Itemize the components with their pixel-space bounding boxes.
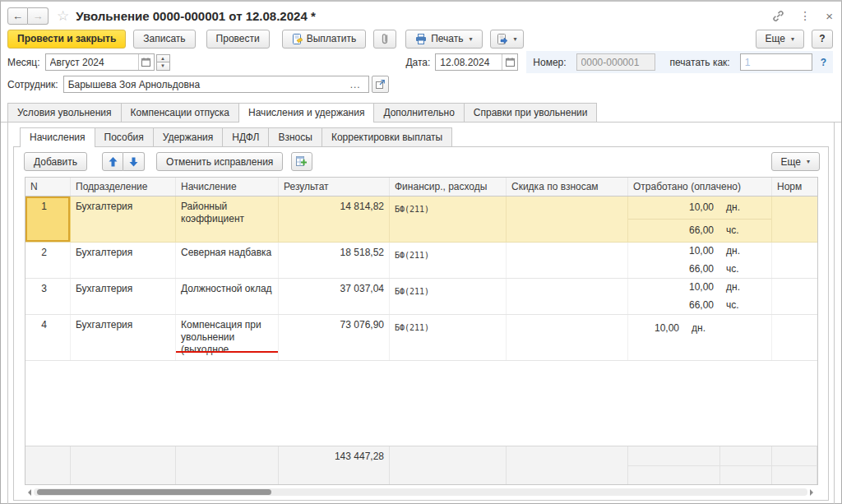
move-down-button[interactable] [123,152,145,171]
cell-discount[interactable] [507,279,628,314]
cell-worked[interactable]: 10,00дн. [628,315,772,360]
post-button[interactable]: Провести [206,30,270,49]
table-more-button[interactable]: Еще ▾ [771,152,820,171]
month-spinner-down-button[interactable]: ▼ [156,62,170,71]
column-header-n[interactable]: N [25,178,71,196]
cell-discount[interactable] [507,197,628,242]
column-header-financing[interactable]: Финансир., расходы [390,178,507,196]
scrollbar-track[interactable] [34,488,807,496]
subtab-nachisleniya[interactable]: Начисления [20,127,95,147]
cell-worked[interactable]: 10,00дн. 66,00чс. [628,197,772,242]
cell-norm[interactable] [772,197,817,242]
cell-result[interactable]: 37 037,04 [279,279,390,314]
cell-department[interactable]: Бухгалтерия [71,279,176,314]
cell-norm[interactable] [772,243,817,278]
pay-button[interactable]: Выплатить [282,30,367,49]
cell-financing[interactable]: БФ(211) [390,197,507,242]
cell-n[interactable]: 3 [25,279,71,314]
horizontal-scrollbar[interactable] [25,488,817,497]
toolbar-more-button[interactable]: Еще ▾ [756,30,804,49]
table-row[interactable]: 2 Бухгалтерия Северная надбавка 18 518,5… [25,243,817,279]
attach-button[interactable] [373,30,396,49]
subtab-korrektirovki-vyplaty[interactable]: Корректировки выплаты [322,127,452,146]
cell-financing[interactable]: БФ(211) [390,279,507,314]
print-as-help-link[interactable]: ? [821,57,826,68]
cell-worked[interactable]: 10,00дн. 66,00чс. [628,243,772,278]
link-icon[interactable] [772,10,784,22]
add-column-button[interactable] [291,152,312,171]
scrollbar-thumb[interactable] [37,489,271,495]
cell-worked[interactable]: 10,00дн. 66,00чс. [628,279,772,314]
cell-accrual[interactable]: Должностной оклад [176,279,279,314]
footer-norm [772,446,817,484]
subtab-vznosy[interactable]: Взносы [268,127,322,146]
favorite-star-icon[interactable]: ☆ [57,7,69,25]
print-as-input[interactable]: 1 [740,53,812,71]
cell-department[interactable]: Бухгалтерия [71,197,176,242]
cell-n[interactable]: 1 [25,197,71,242]
cell-result[interactable]: 18 518,52 [279,243,390,278]
cell-accrual[interactable]: Компенсация при увольнении (выходное [176,315,279,360]
subtab-ndfl[interactable]: НДФЛ [222,127,269,146]
cell-n[interactable]: 4 [25,315,71,360]
create-based-button[interactable]: ▾ [490,30,524,49]
cell-discount[interactable] [507,315,628,360]
cell-norm[interactable] [772,279,817,314]
save-button[interactable]: Записать [133,30,195,49]
subtab-posobiya[interactable]: Пособия [95,127,154,146]
column-header-department[interactable]: Подразделение [71,178,176,196]
tab-usloviya-uvolneniya[interactable]: Условия увольнения [7,103,122,122]
employee-input[interactable]: Барышева Зоя Арнольдовна ... [63,76,369,93]
tab-nachisleniya-i-uderzhaniya[interactable]: Начисления и удержания [238,103,374,123]
month-calendar-button[interactable] [138,54,154,70]
print-button[interactable]: Печать ▾ [405,30,482,49]
footer-worked [628,446,772,484]
subtab-uderzhaniya[interactable]: Удержания [153,127,224,146]
add-button[interactable]: Добавить [24,152,87,171]
cell-discount[interactable] [507,243,628,278]
cell-accrual[interactable]: Северная надбавка [176,243,279,278]
cell-norm[interactable] [772,315,817,360]
month-input[interactable]: Август 2024 [45,53,155,71]
cell-department[interactable]: Бухгалтерия [71,243,176,278]
cell-accrual[interactable]: Районный коэффициент [176,197,279,242]
column-header-result[interactable]: Результат [279,178,390,196]
column-header-norm[interactable]: Норм [772,178,817,196]
month-spinner-up-button[interactable]: ▲ [156,54,170,62]
cell-n[interactable]: 2 [25,243,71,278]
column-header-discount[interactable]: Скидка по взносам [507,178,628,196]
cell-result[interactable]: 73 076,90 [279,315,390,360]
scroll-right-arrow-icon[interactable] [810,489,817,496]
employee-select-button[interactable]: ... [347,79,364,90]
column-header-accrual[interactable]: Начисление [176,178,279,196]
table-row[interactable]: 3 Бухгалтерия Должностной оклад 37 037,0… [25,279,817,315]
number-label: Номер: [533,57,566,68]
cell-result[interactable]: 14 814,82 [279,197,390,242]
date-calendar-button[interactable] [502,54,517,70]
post-and-close-button[interactable]: Провести и закрыть [7,30,126,49]
menu-kebab-icon[interactable]: ⋮ [799,9,811,22]
tab-kompensacii-otpuska[interactable]: Компенсации отпуска [121,103,239,122]
forward-button[interactable]: → [28,7,49,25]
date-label: Дата: [405,57,430,68]
cell-financing[interactable]: БФ(211) [390,243,507,278]
employee-open-button[interactable] [372,76,389,93]
calendar-icon [141,58,150,67]
close-icon[interactable]: × [826,9,833,23]
tab-spravki-pri-uvolnenii[interactable]: Справки при увольнении [464,103,598,122]
arrow-down-icon [129,157,138,167]
tab-dopolnitelno[interactable]: Дополнительно [373,103,464,122]
scroll-left-arrow-icon[interactable] [25,489,31,496]
table-command-bar: Добавить Отменить исправления Еще ▾ [14,147,828,175]
cell-financing[interactable]: БФ(211) [390,315,507,360]
table-row[interactable]: 4 Бухгалтерия Компенсация при увольнении… [25,315,817,361]
undo-corrections-button[interactable]: Отменить исправления [156,152,283,171]
move-up-button[interactable] [102,152,123,171]
table-empty-area[interactable] [25,361,817,446]
date-input[interactable]: 12.08.2024 [435,53,518,71]
column-header-worked[interactable]: Отработано (оплачено) [628,178,772,196]
back-button[interactable]: ← [7,7,28,25]
help-button[interactable]: ? [812,30,833,49]
table-row[interactable]: 1 Бухгалтерия Районный коэффициент 14 81… [25,197,817,243]
cell-department[interactable]: Бухгалтерия [71,315,176,360]
